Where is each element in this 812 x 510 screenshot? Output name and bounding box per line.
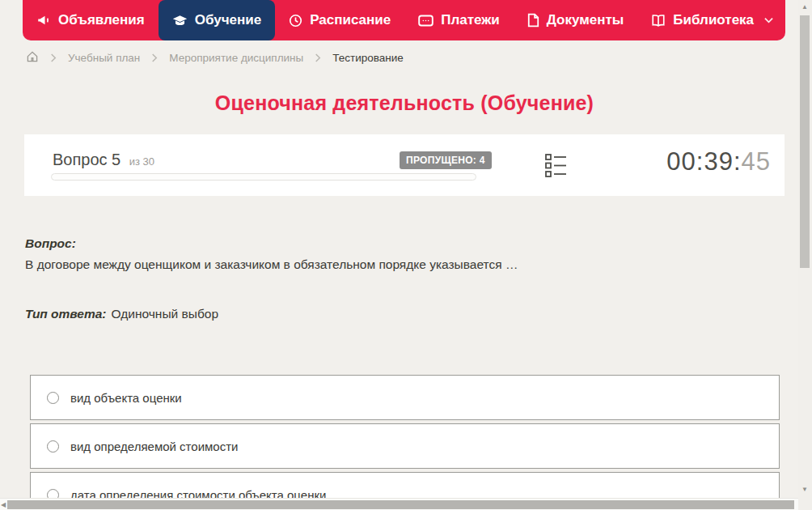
megaphone-icon <box>36 13 51 28</box>
home-icon[interactable] <box>26 50 39 66</box>
nav-item-label: Объявления <box>58 12 145 28</box>
answer-option-1[interactable]: вид объекта оценки <box>30 375 780 420</box>
scrollbar-corner <box>798 498 812 510</box>
breadcrumb-item-testing: Тестирование <box>332 52 404 64</box>
nav-item-label: Библиотека <box>673 12 754 28</box>
chevron-down-icon <box>764 17 773 23</box>
nav-item-label: Обучение <box>195 12 261 28</box>
nav-item-announcements[interactable]: Объявления <box>23 0 159 40</box>
answer-option-label: вид объекта оценки <box>70 391 182 405</box>
nav-item-label: Платежи <box>441 12 500 28</box>
horizontal-scrollbar[interactable]: ◀ ▶ <box>0 498 812 510</box>
timer-hours-minutes: 00:39: <box>666 147 741 176</box>
scroll-down-icon[interactable]: ▼ <box>801 486 808 493</box>
vertical-scrollbar[interactable]: ▲ ▼ <box>798 0 812 498</box>
nav-item-label: Расписание <box>310 12 391 28</box>
document-icon <box>527 13 539 28</box>
question-total: из 30 <box>129 155 154 168</box>
scroll-left-icon[interactable]: ◀ <box>1 501 6 508</box>
question-label: Вопрос: <box>25 236 76 251</box>
chevron-right-icon <box>151 53 158 62</box>
nav-item-education[interactable]: Обучение <box>159 0 275 40</box>
timer: 00:39:45 <box>666 147 771 176</box>
chevron-right-icon <box>315 53 321 62</box>
nav-item-payments[interactable]: Платежи <box>404 0 514 40</box>
breadcrumb-item-study-plan[interactable]: Учебный план <box>68 52 140 64</box>
question-list-button[interactable] <box>545 153 567 181</box>
graduation-cap-icon <box>172 13 188 28</box>
nav-item-documents[interactable]: Документы <box>514 0 638 40</box>
breadcrumb-item-discipline-event[interactable]: Мероприятие дисциплины <box>169 52 303 64</box>
answer-type-label: Тип ответа: <box>25 307 107 321</box>
skipped-badge: ПРОПУЩЕНО: 4 <box>400 151 492 169</box>
question-number: Вопрос 5 <box>53 151 121 168</box>
timer-seconds: 45 <box>742 147 771 176</box>
answer-option-label: вид определяемой стоимости <box>70 440 238 453</box>
vertical-scrollbar-thumb[interactable] <box>800 15 810 268</box>
progress-bar <box>51 173 476 181</box>
radio-icon[interactable] <box>47 392 59 404</box>
checklist-icon <box>545 167 567 181</box>
breadcrumb: Учебный план Мероприятие дисциплины Тест… <box>26 50 404 66</box>
answer-type-value: Одиночный выбор <box>112 307 219 321</box>
answer-options: вид объекта оценки вид определяемой стои… <box>30 375 780 510</box>
chevron-right-icon <box>50 53 57 62</box>
clock-icon <box>289 14 302 28</box>
wallet-icon <box>418 15 433 27</box>
answer-option-2[interactable]: вид определяемой стоимости <box>30 423 780 469</box>
nav-item-label: Документы <box>547 12 624 28</box>
question-progress-title: Вопрос 5 из 30 <box>53 151 154 169</box>
question-header-card: Вопрос 5 из 30 ПРОПУЩЕНО: 4 00:39:45 <box>24 134 785 196</box>
page-title: Оценочная деятельность (Обучение) <box>0 91 809 115</box>
answer-type-row: Тип ответа:Одиночный выбор <box>25 307 218 321</box>
horizontal-scrollbar-thumb[interactable] <box>7 500 794 509</box>
scroll-up-icon[interactable]: ▲ <box>801 3 808 11</box>
main-navbar: Объявления Обучение Расписание <box>23 0 785 40</box>
book-icon <box>651 14 666 28</box>
question-text: В договоре между оценщиком и заказчиком … <box>25 257 753 272</box>
radio-icon[interactable] <box>47 440 59 453</box>
nav-item-library[interactable]: Библиотека <box>637 0 787 40</box>
nav-item-schedule[interactable]: Расписание <box>275 0 404 40</box>
